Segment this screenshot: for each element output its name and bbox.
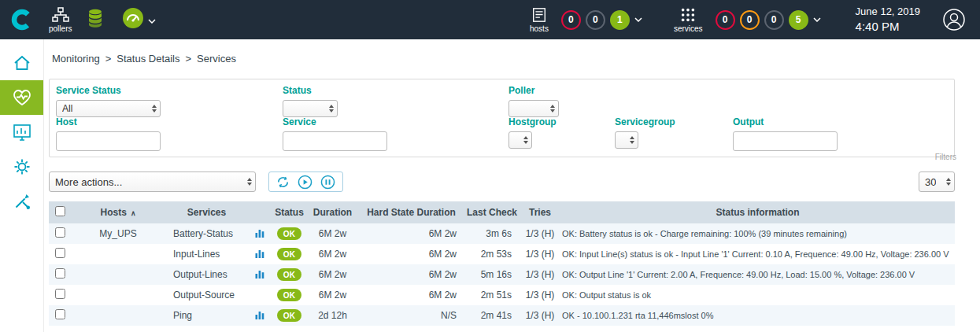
breadcrumb-item[interactable]: Services — [197, 53, 236, 65]
service-status-select[interactable]: All — [56, 100, 161, 117]
column-header-services[interactable]: Services — [165, 201, 248, 223]
pollers-icon — [52, 7, 69, 23]
service-status-label: Service Status — [56, 85, 161, 96]
hard-state-duration-cell: N/S — [358, 305, 464, 326]
graph-icon[interactable] — [255, 228, 264, 238]
column-header-tries[interactable]: Tries — [520, 201, 560, 223]
services-menu[interactable]: services — [674, 7, 703, 33]
graph-icon[interactable] — [255, 310, 264, 319]
gauge-icon — [122, 7, 144, 32]
centreon-logo-icon — [10, 8, 34, 31]
pause-button[interactable] — [320, 175, 335, 190]
row-checkbox[interactable] — [55, 248, 65, 258]
status-counter-badge[interactable]: 0 — [716, 10, 735, 30]
main-content: Monitoring>Status Details>Services Servi… — [44, 39, 980, 332]
select-arrows-icon — [152, 105, 157, 113]
status-badge: OK — [277, 227, 302, 240]
sidebar-item-home[interactable] — [0, 46, 43, 80]
platform-status-button[interactable] — [122, 7, 156, 32]
host-input[interactable] — [56, 131, 161, 151]
host-link[interactable]: My_UPS — [71, 223, 165, 244]
table-header-row: Hosts∧ Services Status Duration Hard Sta… — [49, 201, 955, 223]
page-size-select[interactable]: 30 — [919, 172, 955, 192]
select-all-checkbox[interactable] — [55, 206, 65, 216]
servicegroup-select[interactable] — [615, 131, 638, 149]
chevron-down-icon[interactable] — [813, 17, 821, 22]
column-header-hosts[interactable]: Hosts∧ — [71, 201, 165, 223]
hostgroup-label: Hostgroup — [508, 116, 557, 127]
more-actions-select[interactable]: More actions... — [49, 172, 256, 192]
pollers-button[interactable]: pollers — [49, 7, 72, 33]
breadcrumb-item[interactable]: Status Details — [116, 53, 179, 65]
status-counter-badge[interactable]: 0 — [764, 10, 784, 30]
service-link[interactable]: Battery-Status — [165, 223, 248, 244]
service-link[interactable]: Input-Lines — [165, 244, 248, 264]
graph-icon[interactable] — [255, 249, 264, 258]
status-counter-badge[interactable]: 5 — [789, 10, 808, 30]
hard-state-duration-cell: 6M 2w — [358, 264, 464, 285]
row-checkbox[interactable] — [55, 289, 65, 299]
refresh-icon — [276, 175, 290, 189]
column-header-status-information[interactable]: Status information — [560, 201, 955, 223]
status-counter-badge[interactable]: 0 — [561, 10, 581, 30]
toolbar: More actions... — [49, 172, 955, 195]
service-link[interactable]: Output-Source — [165, 285, 248, 305]
hosts-menu[interactable]: hosts — [530, 7, 549, 33]
status-information-cell: OK: Output Line '1' Current: 2.00 A, Fre… — [560, 264, 955, 285]
status-counter-badge[interactable]: 0 — [740, 10, 760, 30]
last-check-cell: 5m 16s — [464, 264, 520, 285]
play-button[interactable] — [298, 175, 312, 190]
poller-select[interactable] — [508, 100, 559, 117]
service-input[interactable] — [283, 131, 387, 151]
column-header-duration[interactable]: Duration — [307, 201, 358, 223]
home-icon — [13, 54, 31, 72]
action-buttons — [268, 172, 343, 192]
sidebar-item-reporting[interactable] — [0, 115, 43, 149]
host-link[interactable] — [71, 285, 165, 305]
pause-icon — [320, 175, 335, 190]
column-header-graph — [248, 201, 272, 223]
breadcrumb: Monitoring>Status Details>Services — [52, 53, 236, 65]
services-table: Hosts∧ Services Status Duration Hard Sta… — [49, 201, 955, 326]
column-header-last-check[interactable]: Last Check — [464, 201, 520, 223]
table-body: My_UPS Battery-Status OK 6M 2w 6M 2w 3m … — [49, 223, 955, 326]
host-link[interactable] — [71, 264, 165, 285]
sidebar-item-administration[interactable] — [0, 184, 43, 219]
column-header-status[interactable]: Status — [272, 201, 307, 223]
services-label: services — [674, 24, 703, 33]
database-icon[interactable] — [86, 8, 105, 31]
host-link[interactable] — [71, 244, 165, 264]
graph-icon[interactable] — [255, 269, 264, 279]
output-input[interactable] — [733, 131, 838, 151]
report-chart-icon — [13, 124, 31, 142]
row-checkbox[interactable] — [55, 309, 65, 319]
tries-cell: 1/3 (H) — [520, 223, 560, 244]
chevron-down-icon[interactable] — [634, 17, 642, 22]
sidebar-item-configuration[interactable] — [0, 149, 43, 184]
user-account-button[interactable] — [942, 8, 966, 31]
servicegroup-label: Servicegroup — [615, 116, 675, 127]
status-information-cell: OK: Input Line(s) status is ok - Input L… — [560, 244, 955, 264]
row-checkbox[interactable] — [55, 227, 65, 238]
status-select[interactable] — [283, 100, 338, 117]
column-header-hard-state-duration[interactable]: Hard State Duration — [358, 201, 464, 223]
sidebar-item-monitoring[interactable] — [0, 80, 43, 115]
refresh-button[interactable] — [276, 175, 290, 189]
status-counter-badge[interactable]: 1 — [610, 10, 630, 30]
select-arrows-icon — [946, 178, 951, 186]
row-checkbox[interactable] — [55, 268, 65, 279]
breadcrumb-item[interactable]: Monitoring — [52, 53, 100, 65]
hosts-label: hosts — [530, 24, 549, 33]
filters-caption[interactable]: Filters — [935, 153, 956, 161]
hostgroup-select[interactable] — [508, 131, 532, 149]
centreon-logo[interactable] — [0, 0, 44, 39]
service-link[interactable]: Output-Lines — [165, 264, 248, 285]
status-counter-badge[interactable]: 0 — [586, 10, 605, 30]
hosts-header-label: Hosts — [101, 207, 127, 218]
duration-cell: 2d 12h — [307, 305, 358, 326]
tries-cell: 1/3 (H) — [520, 305, 560, 326]
service-link[interactable]: Ping — [165, 305, 248, 326]
host-link[interactable] — [71, 305, 165, 326]
duration-cell: 6M 2w — [307, 285, 358, 305]
hosts-icon — [531, 7, 547, 23]
